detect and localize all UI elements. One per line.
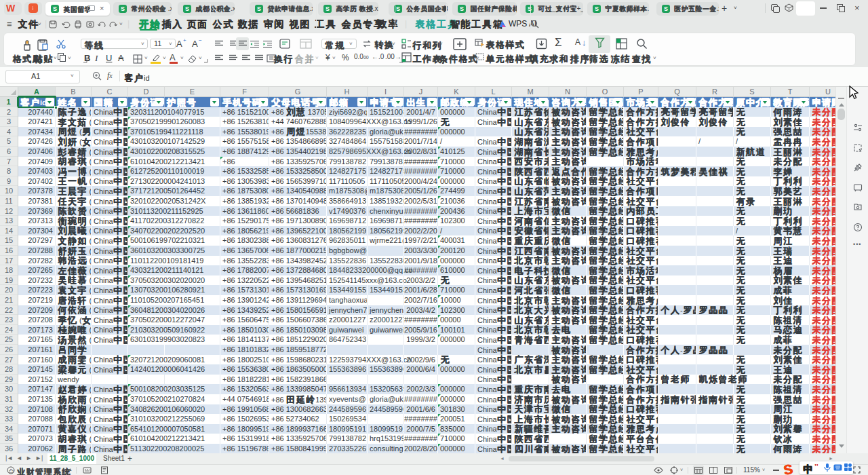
svg-text:凸: 凸: [9, 468, 14, 473]
